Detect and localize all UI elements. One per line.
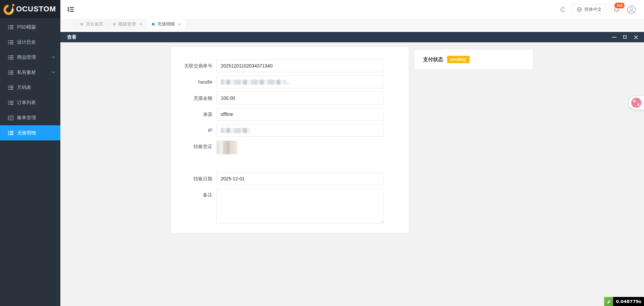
sidebar-item-design-history[interactable]: 设计历史 <box>0 35 60 50</box>
close-icon[interactable] <box>634 35 638 39</box>
tab-recharge-details[interactable]: 充值明细 ✕ <box>147 19 186 29</box>
payment-status-badge: pending <box>447 56 470 63</box>
amount-input[interactable]: 100.00 <box>216 92 384 104</box>
field-transaction-no: 关联交易单号 20251201102034371340 <box>171 59 409 72</box>
list-icon <box>8 40 13 45</box>
handle-input[interactable]: .. <box>216 76 384 88</box>
sidebar-item-label: 设计历史 <box>17 39 36 45</box>
field-label: 充值金额 <box>171 92 216 104</box>
field-source: 来源 offline <box>171 108 409 121</box>
tab-gap <box>60 30 644 32</box>
refresh-icon[interactable] <box>560 7 566 12</box>
remark-textarea[interactable] <box>216 188 384 223</box>
field-remark: 备注 <box>171 188 409 223</box>
field-handle: handle .. <box>171 76 409 88</box>
tab-bar: 后台首页 模版管理 ✕ 充值明细 ✕ <box>60 19 644 30</box>
sidebar-item-label: 商品管理 <box>17 54 36 60</box>
list-icon <box>8 131 13 135</box>
list-icon <box>8 85 13 90</box>
field-ip: IP <box>171 124 409 137</box>
field-label: 关联交易单号 <box>171 59 216 72</box>
field-label: 来源 <box>171 108 216 121</box>
sidebar-item-label: PSD模版 <box>17 24 36 30</box>
redacted-handle-value <box>221 80 286 85</box>
tab-dot <box>113 23 116 26</box>
notifications-button[interactable]: 110 <box>613 6 620 13</box>
brand-name: OCUSTOM <box>16 5 56 13</box>
thinkphp-logo-icon <box>604 297 613 306</box>
transfer-voucher-image[interactable] <box>216 141 237 154</box>
chevron-down-icon <box>52 71 55 74</box>
sidebar-item-psd-templates[interactable]: PSD模版 <box>0 19 60 35</box>
field-label: IP <box>171 124 216 137</box>
translate-floating-button[interactable]: 中 A <box>629 96 644 110</box>
transfer-date-input[interactable]: 2025-12-01 <box>216 172 384 185</box>
bill-icon <box>8 116 13 120</box>
transaction-no-input[interactable]: 20251201102034371340 <box>216 59 384 72</box>
sidebar: OCUSTOM PSD模版 设计历史 商品管理 私有素材 <box>0 0 60 306</box>
tab-label: 充值明细 <box>157 21 175 27</box>
amount-value: 100.00 <box>221 95 235 101</box>
field-recharge-amount: 充值金额 100.00 <box>171 92 409 104</box>
sidebar-menu: PSD模版 设计历史 商品管理 私有素材 尺码表 订单 <box>0 18 60 140</box>
source-input[interactable]: offline <box>216 108 384 121</box>
modal-header: 查看 <box>60 32 644 42</box>
app-window: OCUSTOM PSD模版 设计历史 商品管理 私有素材 <box>0 0 644 306</box>
tab-dot <box>80 23 83 26</box>
field-transfer-date: 转账日期 2025-12-01 <box>171 172 409 185</box>
tab-close-icon[interactable]: ✕ <box>178 22 181 26</box>
sidebar-item-order-list[interactable]: 订单列表 <box>0 95 60 110</box>
redacted-ip-value <box>221 128 250 133</box>
translate-icon: 中 A <box>631 98 641 108</box>
sidebar-item-product-management[interactable]: 商品管理 <box>0 50 60 65</box>
field-label: 备注 <box>171 188 216 223</box>
chevron-down-icon <box>52 56 55 58</box>
list-icon <box>8 70 13 75</box>
field-label: handle <box>171 76 216 88</box>
tab-home[interactable]: 后台首页 <box>75 19 108 29</box>
modal-title: 查看 <box>67 34 76 40</box>
handle-suffix: .. <box>287 80 290 85</box>
user-avatar-button[interactable] <box>627 5 636 14</box>
avatar-icon <box>627 5 636 14</box>
field-label: 转账日期 <box>171 172 216 185</box>
language-label: 简体中文 <box>584 6 602 12</box>
payment-status-label: 支付状态 <box>423 56 443 63</box>
sidebar-item-private-materials[interactable]: 私有素材 <box>0 65 60 80</box>
language-selector-button[interactable]: 简体中文 <box>572 4 606 14</box>
recharge-detail-form-card: 关联交易单号 20251201102034371340 handle .. 充值… <box>171 47 409 233</box>
execution-time-box: 0.048779s <box>604 297 644 306</box>
maximize-icon[interactable] <box>623 35 627 39</box>
brand-logo: OCUSTOM <box>0 0 60 18</box>
sidebar-item-label: 尺码表 <box>17 85 31 91</box>
sidebar-item-size-chart[interactable]: 尺码表 <box>0 80 60 95</box>
tab-close-icon[interactable]: ✕ <box>139 22 142 26</box>
notification-count-badge: 110 <box>614 2 625 9</box>
brand-c-icon <box>3 3 15 15</box>
main-area: 简体中文 110 后台首页 模版管理 ✕ <box>60 0 644 306</box>
tab-dot <box>152 23 155 26</box>
tab-template-management[interactable]: 模版管理 ✕ <box>108 19 147 29</box>
execution-time-value: 0.048779s <box>613 299 644 304</box>
modal-body: 关联交易单号 20251201102034371340 handle .. 充值… <box>60 42 644 306</box>
field-transfer-voucher: 转账凭证 <box>171 140 409 169</box>
translate-zh-glyph: 中 <box>633 99 636 104</box>
source-value: offline <box>221 112 233 117</box>
sidebar-item-recharge-details[interactable]: 充值明细 <box>0 125 60 140</box>
list-icon <box>8 25 13 30</box>
globe-icon <box>577 7 582 12</box>
sidebar-item-label: 充值明细 <box>17 130 36 136</box>
transfer-date-value: 2025-12-01 <box>221 176 245 181</box>
payment-status-card: 支付状态 pending <box>415 50 533 69</box>
topbar: 简体中文 110 <box>60 0 644 19</box>
sidebar-item-label: 订单列表 <box>17 100 36 106</box>
ip-input[interactable] <box>216 124 384 137</box>
minimize-icon[interactable] <box>612 35 616 39</box>
transaction-no-value: 20251201102034371340 <box>221 63 273 69</box>
sidebar-item-bill-management[interactable]: 账单管理 <box>0 110 60 125</box>
translate-en-glyph: A <box>637 103 640 106</box>
sidebar-item-label: 私有素材 <box>17 70 36 76</box>
sidebar-item-label: 账单管理 <box>17 115 36 121</box>
sidebar-collapse-icon[interactable] <box>68 7 74 12</box>
field-label: 转账凭证 <box>171 140 216 169</box>
